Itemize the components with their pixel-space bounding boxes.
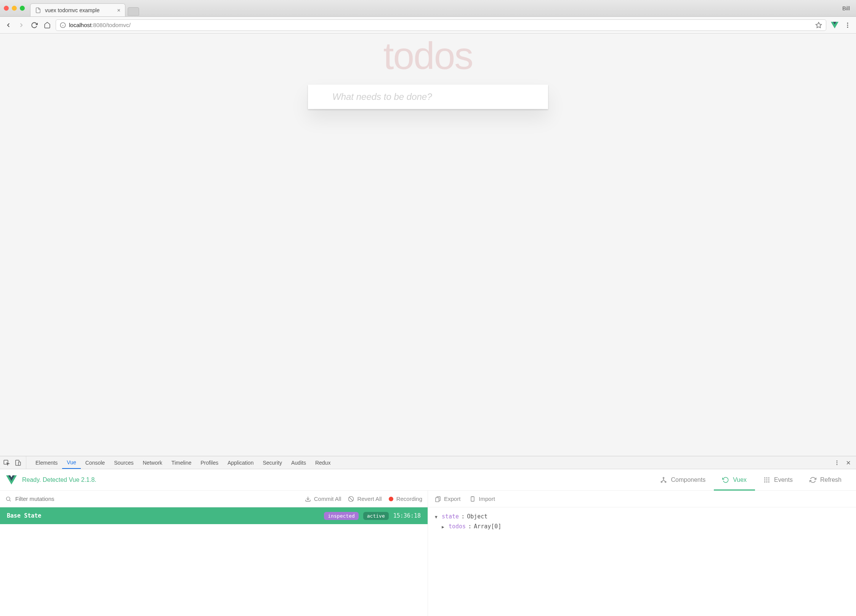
state-child-key: todos [449,522,466,532]
revert-all-button[interactable]: Revert All [348,496,382,502]
new-todo-input[interactable] [308,85,548,109]
bookmark-star-icon[interactable] [815,22,822,29]
svg-point-23 [768,479,769,480]
vue-nav-refresh[interactable]: Refresh [801,469,850,490]
minimize-window-button[interactable] [12,6,17,11]
mutation-row-base-state[interactable]: Base State inspected active 15:36:18 [0,507,428,524]
vue-nav-vuex[interactable]: Vuex [714,469,755,490]
vue-nav-refresh-label: Refresh [820,476,842,483]
url-path: /todomvc/ [106,22,131,28]
site-info-icon[interactable] [60,22,66,28]
svg-point-19 [766,477,768,478]
devtools-tab-security[interactable]: Security [258,456,287,469]
browser-tab[interactable]: vuex todomvc example × [30,3,125,16]
profile-name[interactable]: Bill [842,5,852,11]
vue-status-text: Ready. Detected Vue 2.1.8. [22,476,96,483]
url-host: localhost [69,22,91,28]
vue-devtools-extension-icon[interactable] [830,21,839,30]
browser-toolbar: localhost:8080/todomvc/ [0,17,856,34]
svg-rect-9 [19,462,21,465]
state-toolbar: Export Import [428,491,856,507]
page-content: todos [0,34,856,456]
url-text: localhost:8080/todomvc/ [69,22,131,28]
svg-rect-34 [471,497,474,501]
vue-nav-events-label: Events [774,476,793,483]
reload-button[interactable] [30,21,39,30]
url-port: :8080 [91,22,106,28]
recording-indicator[interactable]: Recording [389,496,422,502]
devtools-tab-console[interactable]: Console [81,456,109,469]
devtools-tab-audits[interactable]: Audits [287,456,311,469]
back-button[interactable] [4,21,13,30]
tab-close-button[interactable]: × [117,7,120,13]
page-icon [35,7,41,13]
state-tree-child[interactable]: todos: Array[0] [435,522,849,532]
state-panel: Export Import state: Object todos: Array… [428,491,856,616]
vue-logo-icon [6,475,17,485]
svg-point-22 [766,479,768,480]
vue-devtools-header: Ready. Detected Vue 2.1.8. Components Vu… [0,469,856,491]
search-icon [5,496,11,502]
forward-button[interactable] [17,21,26,30]
address-bar[interactable]: localhost:8080/todomvc/ [56,19,826,31]
mutations-toolbar: Commit All Revert All Recording [0,491,428,507]
export-button[interactable]: Export [435,496,460,502]
new-tab-button[interactable] [128,7,139,16]
browser-menu-button[interactable] [843,21,852,30]
devtools-panel: Elements Vue Console Sources Network Tim… [0,456,856,616]
svg-line-31 [349,497,353,500]
home-button[interactable] [43,21,52,30]
inspected-badge: inspected [324,512,358,520]
svg-point-24 [764,481,765,482]
import-button[interactable]: Import [470,496,495,502]
close-window-button[interactable] [4,6,9,11]
recording-dot-icon [389,497,393,501]
svg-point-27 [6,497,10,500]
svg-point-11 [837,462,838,463]
devtools-tab-timeline[interactable]: Timeline [167,456,196,469]
devtools-tab-application[interactable]: Application [223,456,258,469]
maximize-window-button[interactable] [20,6,25,11]
mutations-panel: Commit All Revert All Recording Base Sta… [0,491,428,616]
tab-title: vuex todomvc example [45,7,99,13]
devtools-tab-elements[interactable]: Elements [31,456,62,469]
devtools-tabs: Elements Vue Console Sources Network Tim… [0,456,856,469]
device-toolbar-icon[interactable] [14,459,21,466]
svg-marker-3 [816,22,822,27]
vue-nav-events[interactable]: Events [755,469,801,490]
svg-line-28 [10,500,11,501]
state-root-value: Object [467,512,487,522]
devtools-menu-icon[interactable] [834,460,840,466]
devtools-tab-profiles[interactable]: Profiles [196,456,223,469]
devtools-tab-redux[interactable]: Redux [311,456,335,469]
svg-point-26 [768,481,769,482]
devtools-tab-network[interactable]: Network [138,456,167,469]
devtools-close-icon[interactable] [845,460,851,466]
inspect-element-icon[interactable] [3,459,10,466]
vue-nav-components[interactable]: Components [652,469,714,490]
disclosure-triangle-icon[interactable] [435,512,439,522]
vue-nav: Components Vuex Events Refresh [652,469,850,490]
commit-all-label: Commit All [314,496,341,502]
svg-point-25 [766,481,768,482]
state-tree: state: Object todos: Array[0] [428,507,856,536]
svg-point-10 [837,460,838,462]
mutation-label: Base State [7,512,41,519]
svg-point-4 [847,22,848,24]
devtools-tab-vue[interactable]: Vue [62,456,80,469]
state-tree-root[interactable]: state: Object [435,512,849,522]
todos-heading: todos [308,37,548,75]
revert-all-label: Revert All [357,496,382,502]
vue-nav-components-label: Components [671,476,705,483]
svg-point-12 [837,464,838,465]
disclosure-triangle-icon[interactable] [442,522,446,532]
import-label: Import [479,496,495,502]
tab-strip: vuex todomvc example × [30,0,842,16]
active-badge: active [363,512,389,520]
svg-point-15 [663,477,664,478]
filter-mutations-input[interactable] [15,496,298,502]
commit-all-button[interactable]: Commit All [305,496,341,502]
svg-point-21 [764,479,765,480]
devtools-tab-sources[interactable]: Sources [109,456,138,469]
export-label: Export [444,496,460,502]
